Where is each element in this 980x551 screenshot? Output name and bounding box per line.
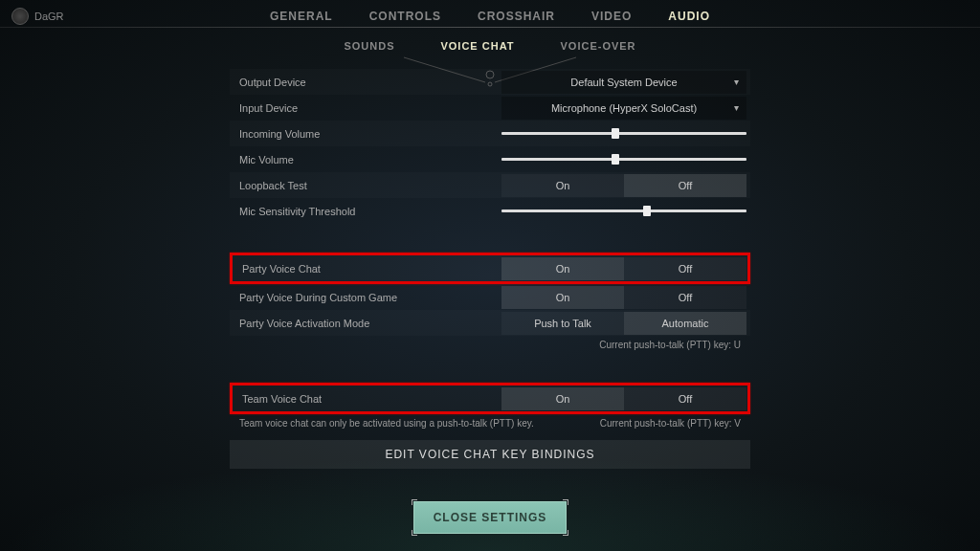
- toggle-party-mode-auto[interactable]: Automatic: [624, 312, 746, 335]
- dropdown-input-device[interactable]: Microphone (HyperX SoloCast): [501, 97, 746, 120]
- label-mic-threshold: Mic Sensitivity Threshold: [230, 206, 498, 217]
- toggle-party-mode-ptt[interactable]: Push to Talk: [501, 312, 624, 335]
- tab-audio[interactable]: AUDIO: [668, 10, 710, 23]
- label-party-mode: Party Voice Activation Mode: [230, 318, 498, 329]
- subtab-voice-chat[interactable]: VOICE CHAT: [440, 40, 514, 52]
- toggle-loopback-off[interactable]: Off: [624, 174, 746, 197]
- tab-controls[interactable]: CONTROLS: [369, 10, 441, 23]
- row-input-device: Input Device Microphone (HyperX SoloCast…: [230, 95, 750, 121]
- divider: [0, 27, 980, 28]
- tab-general[interactable]: GENERAL: [270, 10, 333, 23]
- slider-incoming-volume[interactable]: [501, 132, 746, 135]
- slider-mic-volume[interactable]: [501, 158, 746, 161]
- highlight-team-voice: Team Voice Chat On Off: [230, 383, 750, 414]
- tab-crosshair[interactable]: CROSSHAIR: [478, 10, 555, 23]
- label-incoming-volume: Incoming Volume: [230, 128, 498, 140]
- subtab-sounds[interactable]: SOUNDS: [344, 40, 394, 52]
- toggle-loopback-on[interactable]: On: [501, 174, 624, 197]
- close-settings-button[interactable]: CLOSE SETTINGS: [413, 501, 567, 534]
- row-party-voice: Party Voice Chat On Off: [233, 255, 747, 281]
- toggle-team-voice: On Off: [501, 387, 746, 410]
- label-loopback: Loopback Test: [230, 180, 498, 191]
- row-incoming-volume: Incoming Volume: [230, 121, 750, 146]
- subtab-voice-over[interactable]: VOICE-OVER: [561, 40, 636, 52]
- tab-video[interactable]: VIDEO: [591, 10, 632, 23]
- toggle-party-voice-on[interactable]: On: [501, 257, 624, 280]
- label-party-voice: Party Voice Chat: [233, 263, 501, 275]
- toggle-loopback: On Off: [501, 174, 746, 197]
- toggle-team-voice-on[interactable]: On: [501, 387, 624, 410]
- toggle-party-voice-off[interactable]: Off: [624, 257, 746, 280]
- settings-content: Output Device Default System Device Inpu…: [230, 69, 750, 469]
- toggle-party-mode: Push to Talk Automatic: [501, 312, 746, 335]
- edit-bindings-button[interactable]: EDIT VOICE CHAT KEY BINDINGS: [230, 440, 750, 469]
- label-input-device: Input Device: [230, 102, 498, 114]
- toggle-party-custom-off[interactable]: Off: [624, 286, 746, 309]
- slider-mic-threshold[interactable]: [501, 209, 746, 212]
- row-mic-threshold: Mic Sensitivity Threshold: [230, 198, 750, 224]
- close-settings-label: CLOSE SETTINGS: [434, 511, 547, 524]
- toggle-team-voice-off[interactable]: Off: [624, 387, 746, 410]
- label-mic-volume: Mic Volume: [230, 154, 498, 165]
- row-party-custom: Party Voice During Custom Game On Off: [230, 284, 750, 310]
- info-ptt-team: Current push-to-talk (PTT) key: V: [600, 414, 750, 432]
- tabs-main: GENERAL CONTROLS CROSSHAIR VIDEO AUDIO: [0, 10, 980, 23]
- tabs-sub: SOUNDS VOICE CHAT VOICE-OVER: [0, 40, 980, 52]
- info-team-note: Team voice chat can only be activated us…: [230, 414, 534, 432]
- row-team-voice: Team Voice Chat On Off: [233, 386, 747, 411]
- toggle-party-custom: On Off: [501, 286, 746, 309]
- row-output-device: Output Device Default System Device: [230, 69, 750, 95]
- dropdown-output-device[interactable]: Default System Device: [501, 71, 746, 94]
- row-party-mode: Party Voice Activation Mode Push to Talk…: [230, 310, 750, 336]
- label-team-voice: Team Voice Chat: [233, 393, 501, 405]
- row-mic-volume: Mic Volume: [230, 146, 750, 172]
- toggle-party-custom-on[interactable]: On: [501, 286, 624, 309]
- label-output-device: Output Device: [230, 77, 498, 88]
- row-loopback: Loopback Test On Off: [230, 172, 750, 198]
- label-party-custom: Party Voice During Custom Game: [230, 292, 498, 303]
- info-ptt-party: Current push-to-talk (PTT) key: U: [230, 336, 750, 354]
- highlight-party-voice: Party Voice Chat On Off: [230, 253, 750, 284]
- toggle-party-voice: On Off: [501, 257, 746, 280]
